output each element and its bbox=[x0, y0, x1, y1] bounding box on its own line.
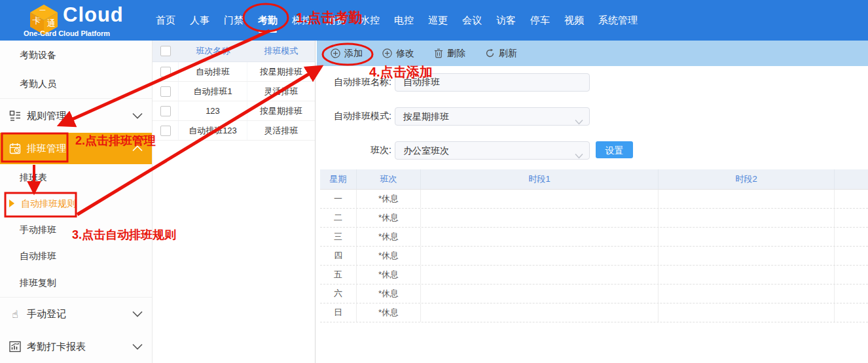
main-menu: 首页 人事 门禁 考勤 梯控 消费 水控 电控 巡更 会议 访客 停车 视频 系… bbox=[155, 0, 638, 41]
rules-icon bbox=[9, 110, 21, 122]
cell-shift: *休息 bbox=[357, 266, 421, 284]
sidebar-item-schedule-copy[interactable]: 排班复制 bbox=[0, 269, 152, 298]
nav-item-patrol[interactable]: 巡更 bbox=[427, 12, 448, 29]
column-header-weekday: 星期 bbox=[320, 169, 357, 189]
edit-button-label: 修改 bbox=[396, 48, 414, 60]
cell-shift: *休息 bbox=[357, 285, 421, 303]
nav-item-water[interactable]: 水控 bbox=[359, 12, 380, 29]
row-checkbox[interactable] bbox=[160, 67, 171, 77]
nav-item-home[interactable]: 首页 bbox=[155, 12, 176, 29]
cell-period2 bbox=[659, 228, 835, 246]
column-header-shift: 班次 bbox=[357, 169, 421, 189]
cell-period1 bbox=[421, 190, 659, 208]
column-header-schedule-mode: 排班模式 bbox=[247, 45, 315, 57]
table-row[interactable]: 三 *休息 bbox=[320, 228, 868, 247]
table-row[interactable]: 一 *休息 bbox=[320, 190, 868, 209]
auto-schedule-mode-label: 自动排班模式: bbox=[317, 111, 391, 122]
shift-list-panel: 班次名称 排班模式 自动排班 按星期排班 自动排班1 灵活排班 123 按星期排… bbox=[153, 41, 316, 363]
sidebar-group-manual-register[interactable]: ☝ 手动登记 bbox=[0, 298, 152, 330]
select-all-checkbox[interactable] bbox=[160, 46, 171, 56]
sidebar-item-auto-schedule-rule[interactable]: 自动排班规则 bbox=[0, 190, 152, 216]
nav-item-video[interactable]: 视频 bbox=[564, 12, 585, 29]
cell-extra bbox=[835, 266, 868, 284]
set-button[interactable]: 设置 bbox=[596, 141, 633, 158]
nav-item-attendance[interactable]: 考勤 bbox=[257, 12, 278, 29]
nav-item-electric[interactable]: 电控 bbox=[393, 12, 414, 29]
edit-button[interactable]: 修改 bbox=[382, 48, 414, 60]
cell-extra bbox=[835, 228, 868, 246]
shift-list-header: 班次名称 排班模式 bbox=[153, 41, 315, 62]
hand-icon: ☝ bbox=[9, 308, 21, 320]
table-row[interactable]: 四 *休息 bbox=[320, 247, 868, 266]
cell-weekday: 日 bbox=[320, 303, 357, 322]
refresh-button[interactable]: 刷新 bbox=[485, 48, 517, 60]
table-row[interactable]: 五 *休息 bbox=[320, 266, 868, 285]
shift-select[interactable]: 办公室班次 bbox=[395, 141, 590, 160]
cell-period1 bbox=[421, 285, 659, 303]
column-header-period1: 时段1 bbox=[421, 169, 659, 189]
chevron-down-icon bbox=[575, 147, 583, 164]
auto-schedule-name-label: 自动排班名称: bbox=[317, 77, 391, 88]
toolbar: 添加 修改 删除 刷新 bbox=[317, 41, 868, 66]
sidebar-item-attendance-device[interactable]: 考勤设备 bbox=[0, 41, 152, 69]
cell-shift-name: 自动排班123 bbox=[179, 121, 247, 140]
table-row[interactable]: 自动排班 按星期排班 bbox=[153, 62, 315, 82]
cell-shift: *休息 bbox=[357, 228, 421, 246]
sidebar: 考勤设备 考勤人员 规则管理 排班管理 排班表 bbox=[0, 41, 153, 363]
table-row[interactable]: 自动排班1 灵活排班 bbox=[153, 82, 315, 101]
cell-shift: *休息 bbox=[357, 190, 421, 208]
table-row[interactable]: 日 *休息 bbox=[320, 303, 868, 322]
row-checkbox[interactable] bbox=[160, 86, 171, 97]
sidebar-group-attendance-report[interactable]: 考勤打卡报表 bbox=[0, 330, 152, 363]
selected-shift-value: 办公室班次 bbox=[403, 145, 449, 156]
cell-period1 bbox=[421, 209, 659, 227]
nav-item-personnel[interactable]: 人事 bbox=[189, 12, 210, 29]
cell-weekday: 二 bbox=[320, 209, 357, 227]
delete-button[interactable]: 删除 bbox=[434, 48, 465, 60]
top-navigation-bar: 一 卡 通 Cloud One-Card Cloud Platform 首页 人… bbox=[0, 0, 868, 41]
table-row[interactable]: 六 *休息 bbox=[320, 285, 868, 303]
auto-schedule-name-input[interactable] bbox=[395, 73, 590, 92]
sidebar-item-label: 自动排班规则 bbox=[21, 198, 76, 209]
table-row[interactable]: 二 *休息 bbox=[320, 209, 868, 228]
chevron-down-icon bbox=[575, 113, 583, 130]
table-row[interactable]: 123 按星期排班 bbox=[153, 101, 315, 121]
cell-extra bbox=[835, 303, 868, 322]
brand-subtitle: One-Card Cloud Platform bbox=[24, 29, 110, 37]
nav-item-parking[interactable]: 停车 bbox=[530, 12, 551, 29]
plus-circle-icon bbox=[382, 48, 392, 58]
row-checkbox[interactable] bbox=[160, 106, 171, 116]
table-row[interactable]: 自动排班123 灵活排班 bbox=[153, 121, 315, 141]
sidebar-group-label: 规则管理 bbox=[27, 110, 66, 122]
sidebar-item-auto-schedule[interactable]: 自动排班 bbox=[0, 243, 152, 269]
week-table-header: 星期 班次 时段1 时段2 bbox=[320, 169, 868, 190]
sidebar-item-attendance-person[interactable]: 考勤人员 bbox=[0, 69, 152, 99]
auto-schedule-mode-select[interactable]: 按星期排班 bbox=[395, 107, 590, 126]
sidebar-group-label: 排班管理 bbox=[27, 143, 66, 155]
cell-weekday: 一 bbox=[320, 190, 357, 208]
cell-period2 bbox=[659, 209, 835, 227]
nav-item-elevator[interactable]: 梯控 bbox=[291, 12, 312, 29]
cell-shift-name: 自动排班1 bbox=[179, 82, 247, 101]
nav-item-consume[interactable]: 消费 bbox=[325, 12, 346, 29]
svg-text:卡: 卡 bbox=[33, 16, 41, 26]
nav-item-access[interactable]: 门禁 bbox=[223, 12, 244, 29]
cell-period2 bbox=[659, 247, 835, 265]
add-button[interactable]: 添加 bbox=[331, 48, 363, 60]
detail-panel: 添加 修改 删除 刷新 bbox=[317, 41, 868, 363]
nav-item-system[interactable]: 系统管理 bbox=[598, 12, 638, 29]
svg-text:通: 通 bbox=[47, 18, 56, 28]
sidebar-group-rule-management[interactable]: 规则管理 bbox=[0, 99, 152, 133]
nav-item-visitor[interactable]: 访客 bbox=[496, 12, 516, 29]
sidebar-item-schedule-table[interactable]: 排班表 bbox=[0, 164, 152, 190]
sidebar-group-label: 考勤打卡报表 bbox=[27, 341, 86, 353]
sidebar-group-schedule-management[interactable]: 排班管理 bbox=[0, 133, 152, 164]
cell-shift-name: 自动排班 bbox=[179, 62, 247, 81]
cell-extra bbox=[835, 285, 868, 303]
nav-item-meeting[interactable]: 会议 bbox=[461, 12, 482, 29]
sidebar-item-manual-schedule[interactable]: 手动排班 bbox=[0, 216, 152, 243]
row-checkbox[interactable] bbox=[160, 126, 171, 136]
svg-text:一: 一 bbox=[39, 7, 46, 14]
refresh-icon bbox=[485, 48, 495, 58]
cell-schedule-mode: 灵活排班 bbox=[247, 121, 315, 140]
